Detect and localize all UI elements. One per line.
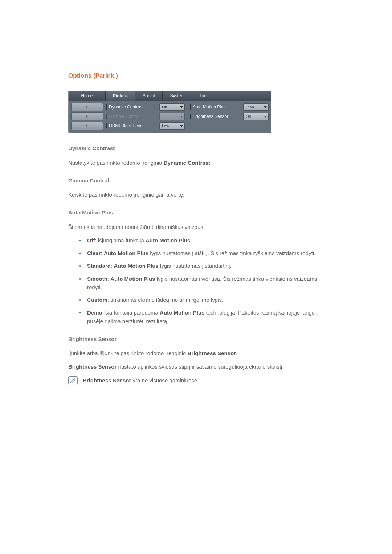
section-gamma-text: Keiskite pasirinkto rodomo įrenginio gam… bbox=[68, 190, 324, 199]
tabbar: Home Picture Sound System Tool bbox=[69, 91, 271, 101]
section-dynamic-contrast-text: Nustatykite pasirinkto rodomo įrenginio … bbox=[68, 159, 324, 167]
page-heading: Options (Parink.) bbox=[68, 71, 324, 81]
amp-list: Off: išjungiama funkcija Auto Motion Plu… bbox=[79, 236, 324, 325]
tab-picture[interactable]: Picture bbox=[106, 91, 135, 101]
pencil-note-icon bbox=[70, 378, 76, 383]
settings-col-right: Auto Motion Plus Stan... Brightness Sens… bbox=[189, 103, 269, 130]
setting-label: Dynamic Contrast bbox=[109, 104, 159, 111]
setting-gamma-control: Gamma Control bbox=[105, 112, 185, 120]
brightness-select[interactable]: Off bbox=[243, 113, 269, 120]
gamma-control-select bbox=[159, 113, 185, 120]
setting-auto-motion-plus: Auto Motion Plus Stan... bbox=[189, 103, 269, 111]
row-marker bbox=[190, 104, 191, 110]
hdmi-black-select[interactable]: Low bbox=[159, 122, 185, 130]
settings-columns: Dynamic Contrast Off Gamma Control HDMI … bbox=[105, 103, 269, 130]
chevron-down-icon bbox=[180, 125, 183, 127]
list-item: Standard: Auto Motion Plus lygis nustato… bbox=[79, 262, 324, 270]
expand-button-2[interactable] bbox=[71, 112, 103, 120]
section-amp-title: Auto Motion Plus bbox=[68, 208, 324, 217]
list-item: Smooth: Auto Motion Plus lygis nustatoma… bbox=[79, 275, 324, 292]
tab-system[interactable]: System bbox=[163, 91, 192, 101]
section-gamma-title: Gamma Control bbox=[68, 176, 324, 185]
section-brightness-p2: Brightness Sensor nustato aplinkos švies… bbox=[68, 362, 324, 371]
row-marker bbox=[106, 114, 107, 119]
setting-label: HDMI Black Level bbox=[109, 123, 159, 130]
auto-motion-select[interactable]: Stan... bbox=[243, 103, 269, 111]
panel-left-buttons bbox=[71, 103, 103, 130]
section-brightness-p1: Įjunkite arba išjunkite pasirinkto rodom… bbox=[68, 349, 324, 357]
tabbar-fill bbox=[215, 91, 271, 101]
row-marker bbox=[106, 104, 107, 110]
chevron-down-icon bbox=[264, 106, 267, 108]
settings-col-left: Dynamic Contrast Off Gamma Control HDMI … bbox=[105, 103, 185, 130]
note: Brightness Sensor yra ne visuose gaminiu… bbox=[68, 376, 324, 390]
list-item: Demo: šia funkcija parodoma Auto Motion … bbox=[79, 308, 324, 325]
chevron-right-icon bbox=[86, 115, 88, 118]
setting-brightness-sensor: Brightness Sensor Off bbox=[189, 112, 269, 120]
list-item: Off: išjungiama funkcija Auto Motion Plu… bbox=[79, 236, 324, 245]
chevron-right-icon bbox=[86, 124, 88, 128]
tab-home[interactable]: Home bbox=[69, 91, 106, 101]
expand-button-3[interactable] bbox=[71, 122, 103, 130]
note-icon bbox=[68, 376, 78, 385]
setting-hdmi-black-level: HDMI Black Level Low bbox=[105, 122, 185, 130]
settings-panel: Home Picture Sound System Tool Dynamic C… bbox=[68, 91, 271, 133]
section-dynamic-contrast-title: Dynamic Contrast bbox=[68, 144, 324, 152]
setting-label: Gamma Control bbox=[109, 113, 159, 120]
note-text: Brightness Sensor yra ne visuose gaminiu… bbox=[83, 376, 199, 385]
tab-sound[interactable]: Sound bbox=[135, 91, 163, 101]
panel-body: Dynamic Contrast Off Gamma Control HDMI … bbox=[69, 101, 271, 133]
chevron-down-icon bbox=[264, 116, 267, 118]
tab-tool[interactable]: Tool bbox=[192, 91, 215, 101]
row-marker bbox=[190, 114, 191, 119]
expand-button-1[interactable] bbox=[71, 103, 103, 111]
setting-label: Auto Motion Plus bbox=[193, 104, 243, 111]
section-brightness-title: Brightness Sensor bbox=[68, 335, 324, 343]
list-item: Custom: tinkinamas ekrano išdegimo ar mi… bbox=[79, 296, 324, 304]
chevron-down-icon bbox=[180, 106, 183, 108]
setting-dynamic-contrast: Dynamic Contrast Off bbox=[105, 103, 185, 111]
list-item: Clear: Auto Motion Plus lygis nustatomas… bbox=[79, 249, 324, 257]
chevron-right-icon bbox=[86, 105, 88, 109]
row-marker bbox=[106, 123, 107, 128]
section-amp-intro: Ši parinktis naudojama norint žiūrėti di… bbox=[68, 223, 324, 231]
chevron-down-icon bbox=[180, 116, 183, 118]
dynamic-contrast-select[interactable]: Off bbox=[159, 103, 185, 111]
setting-label: Brightness Sensor bbox=[193, 113, 243, 120]
